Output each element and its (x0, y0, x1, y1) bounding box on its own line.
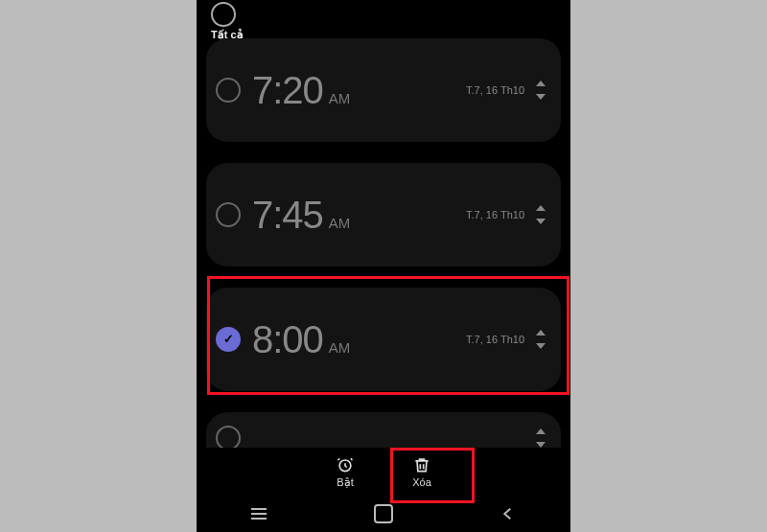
select-all-control[interactable]: Tất cả (211, 2, 244, 41)
alarm-time: 7:20 AM (252, 69, 350, 112)
expand-icon[interactable] (534, 329, 547, 350)
android-nav-bar (197, 496, 570, 532)
expand-icon[interactable] (534, 204, 547, 225)
alarm-date: T.7, 16 Th10 (466, 84, 524, 96)
home-button[interactable] (374, 504, 393, 523)
alarm-checkbox[interactable] (216, 202, 241, 227)
trash-icon (412, 455, 431, 474)
alarm-checkbox[interactable] (216, 327, 241, 352)
expand-icon[interactable] (534, 80, 547, 101)
back-button[interactable] (499, 504, 518, 523)
delete-button[interactable]: Xóa (412, 455, 431, 488)
alarm-time-value: 7:45 (252, 194, 323, 237)
alarm-date: T.7, 16 Th10 (466, 209, 524, 220)
alarm-clock-icon (336, 455, 355, 474)
alarm-card[interactable]: 8:00 AM T.7, 16 Th10 (206, 288, 561, 391)
alarm-time-value: 8:00 (252, 318, 323, 361)
bottom-action-bar: Bật Xóa (197, 448, 570, 496)
alarm-ampm: AM (329, 339, 351, 356)
enable-label: Bật (337, 476, 353, 489)
delete-label: Xóa (412, 476, 431, 488)
expand-icon[interactable] (534, 428, 547, 449)
alarm-card[interactable]: 7:20 AM T.7, 16 Th10 (206, 38, 561, 142)
select-all-circle[interactable] (211, 2, 236, 27)
alarm-time: 8:00 AM (252, 318, 350, 361)
alarm-list: 7:20 AM T.7, 16 Th10 7:45 AM T.7, 16 Th1… (206, 38, 561, 454)
alarm-checkbox[interactable] (216, 78, 241, 103)
alarm-time-value: 7:20 (252, 69, 323, 112)
alarm-ampm: AM (329, 215, 351, 231)
phone-screen: Tất cả 7:20 AM T.7, 16 Th10 7:45 AM T.7,… (197, 0, 570, 532)
alarm-time: 7:45 AM (252, 194, 350, 237)
enable-button[interactable]: Bật (336, 455, 355, 489)
recents-button[interactable] (249, 504, 268, 523)
alarm-date: T.7, 16 Th10 (466, 334, 524, 345)
alarm-ampm: AM (329, 90, 351, 106)
alarm-card[interactable]: 7:45 AM T.7, 16 Th10 (206, 163, 561, 266)
